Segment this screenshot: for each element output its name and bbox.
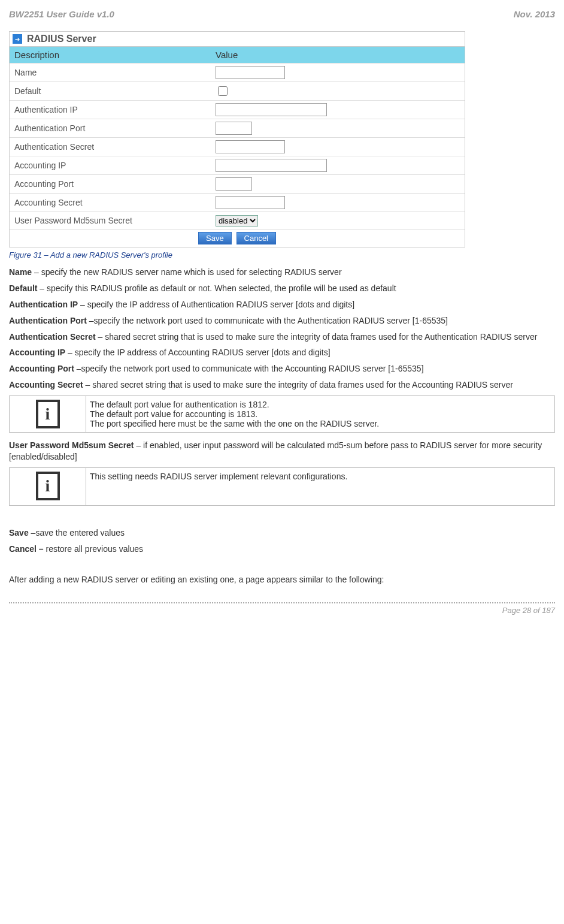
para-default: Default – specify this RADIUS profile as… [9, 283, 555, 294]
info-icon-cell: i [10, 467, 86, 505]
radius-server-form: ➔ RADIUS Server Description Value Name D… [9, 31, 465, 247]
label-default: Default [10, 83, 211, 99]
row-name: Name [10, 63, 465, 81]
column-header-row: Description Value [10, 47, 465, 63]
page-number: Page 28 of 187 [502, 606, 555, 615]
header-description: Description [10, 47, 211, 63]
info-box-1: i The default port value for authenticat… [9, 395, 555, 433]
cancel-button[interactable]: Cancel [236, 232, 276, 244]
row-auth-ip: Authentication IP [10, 100, 465, 119]
form-title: RADIUS Server [27, 34, 96, 44]
para-after-add: After adding a new RADIUS server or edit… [9, 574, 555, 585]
para-auth-secret: Authentication Secret – shared secret st… [9, 331, 555, 343]
label-auth-ip: Authentication IP [10, 101, 211, 118]
para-acct-port: Accounting Port –specify the network por… [9, 363, 555, 375]
row-auth-port: Authentication Port [10, 119, 465, 137]
label-name: Name [10, 64, 211, 81]
para-name: Name – specify the new RADIUS server nam… [9, 267, 555, 278]
acct-secret-input[interactable] [216, 196, 285, 209]
header-right: Nov. 2013 [514, 9, 555, 19]
auth-ip-input[interactable] [216, 103, 327, 116]
info-icon-cell: i [10, 396, 86, 433]
figure-caption: Figure 31 – Add a new RADIUS Server's pr… [9, 250, 555, 259]
para-acct-secret: Accounting Secret – shared secret string… [9, 379, 555, 391]
para-md5: User Password Md5sum Secret – if enabled… [9, 440, 555, 463]
row-auth-secret: Authentication Secret [10, 137, 465, 156]
row-acct-ip: Accounting IP [10, 156, 465, 174]
row-acct-secret: Accounting Secret [10, 193, 465, 212]
md5-select[interactable]: disabled [216, 215, 258, 227]
label-acct-secret: Accounting Secret [10, 194, 211, 211]
info1-line1: The default port value for authenticatio… [90, 400, 551, 409]
name-input[interactable] [216, 66, 285, 79]
para-acct-ip: Accounting IP – specify the IP address o… [9, 347, 555, 358]
label-acct-port: Accounting Port [10, 176, 211, 192]
info-box-2: i This setting needs RADIUS server imple… [9, 467, 555, 506]
row-default: Default [10, 81, 465, 100]
form-title-row: ➔ RADIUS Server [10, 32, 465, 47]
info1-line3: The port specified here must be the same… [90, 419, 551, 428]
auth-port-input[interactable] [216, 122, 252, 135]
default-checkbox[interactable] [218, 86, 228, 96]
auth-secret-input[interactable] [216, 140, 285, 153]
acct-port-input[interactable] [216, 177, 252, 191]
header-left: BW2251 User Guide v1.0 [9, 9, 114, 19]
info-icon: i [36, 400, 60, 428]
para-cancel: Cancel – restore all previous values [9, 543, 555, 555]
info2-text: This setting needs RADIUS server impleme… [86, 467, 555, 505]
label-auth-secret: Authentication Secret [10, 138, 211, 155]
para-auth-port: Authentication Port –specify the network… [9, 315, 555, 327]
page-header: BW2251 User Guide v1.0 Nov. 2013 [9, 9, 555, 19]
page-footer: Page 28 of 187 [9, 602, 555, 615]
para-save: Save –save the entered values [9, 527, 555, 539]
save-button[interactable]: Save [198, 232, 232, 244]
label-md5: User Password Md5sum Secret [10, 212, 211, 229]
label-acct-ip: Accounting IP [10, 157, 211, 174]
button-row: Save Cancel [10, 229, 465, 247]
label-auth-port: Authentication Port [10, 120, 211, 137]
info-icon: i [36, 472, 60, 500]
info-text-cell: The default port value for authenticatio… [86, 396, 555, 433]
row-acct-port: Accounting Port [10, 174, 465, 193]
header-value: Value [211, 47, 465, 63]
para-auth-ip: Authentication IP – specify the IP addre… [9, 299, 555, 310]
acct-ip-input[interactable] [216, 159, 327, 172]
info1-line2: The default port value for accounting is… [90, 409, 551, 419]
row-md5: User Password Md5sum Secret disabled [10, 212, 465, 229]
arrow-right-icon: ➔ [13, 34, 22, 44]
